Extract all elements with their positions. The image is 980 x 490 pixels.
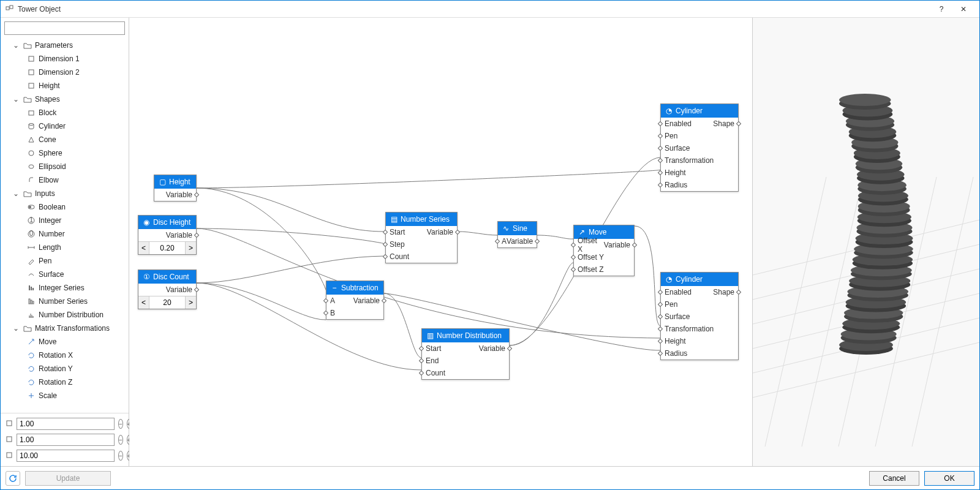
- svg-point-10: [29, 206, 31, 208]
- svg-rect-16: [31, 287, 32, 290]
- dim2-icon: [6, 435, 13, 445]
- app-icon: [6, 4, 14, 14]
- disc-count-dec[interactable]: <: [138, 296, 149, 309]
- window-title: Tower Object: [18, 5, 930, 13]
- refresh-button[interactable]: [6, 471, 20, 486]
- cylinder-icon: ◔: [665, 107, 673, 115]
- search-input[interactable]: [4, 21, 125, 35]
- svg-rect-22: [7, 437, 12, 442]
- tree-item-integer[interactable]: 1Integer: [1, 214, 129, 227]
- svg-point-8: [29, 165, 34, 168]
- svg-point-6: [29, 124, 34, 126]
- node-canvas[interactable]: ▢Height Variable ◉Disc Height Variable <…: [129, 18, 753, 466]
- series-icon: ▤: [390, 215, 398, 224]
- disc-height-dec[interactable]: <: [138, 242, 149, 254]
- tree-group-matrix[interactable]: ⌄Matrix Transformations: [1, 322, 129, 335]
- svg-rect-15: [29, 285, 30, 290]
- svg-line-34: [912, 177, 973, 447]
- tree-item-integer-series[interactable]: Integer Series: [1, 281, 129, 295]
- dim2-minus[interactable]: −: [118, 435, 123, 445]
- svg-rect-23: [7, 453, 12, 458]
- svg-line-30: [765, 177, 826, 447]
- svg-rect-20: [32, 301, 34, 304]
- move-icon: ↗: [578, 228, 586, 236]
- node-height[interactable]: ▢Height Variable: [154, 175, 197, 202]
- dim1-minus[interactable]: −: [118, 419, 123, 429]
- tree-group-parameters[interactable]: ⌄Parameters: [1, 39, 129, 52]
- height-icon: [6, 451, 13, 461]
- svg-rect-18: [29, 299, 30, 304]
- cancel-button[interactable]: Cancel: [869, 471, 919, 486]
- tree-item-surface[interactable]: Surface: [1, 268, 129, 281]
- node-subtraction[interactable]: −Subtraction AVariable B: [326, 281, 384, 320]
- svg-text:1: 1: [29, 217, 34, 224]
- distribution-icon: ▥: [426, 331, 434, 340]
- tree-item-ellipsoid[interactable]: Ellipsoid: [1, 160, 129, 173]
- svg-rect-1: [10, 6, 13, 9]
- tree-item-dimension-2[interactable]: Dimension 2: [1, 66, 129, 79]
- svg-rect-17: [32, 288, 34, 290]
- disc-height-inc[interactable]: >: [185, 242, 196, 254]
- node-move[interactable]: ↗Move Offset XVariable Offset Y Offset Z: [573, 225, 635, 276]
- svg-rect-21: [7, 421, 12, 426]
- cylinder-icon: ◔: [665, 275, 673, 284]
- tree-item-rotation-y[interactable]: Rotation Y: [1, 362, 129, 375]
- tree-item-elbow[interactable]: Elbow: [1, 173, 129, 187]
- node-sine[interactable]: ∿Sine AVariable: [497, 221, 537, 248]
- tree-item-move[interactable]: Move: [1, 335, 129, 349]
- tree[interactable]: ⌄Parameters Dimension 1 Dimension 2 Heig…: [1, 39, 129, 413]
- node-disc-count[interactable]: ①Disc Count Variable <20>: [138, 270, 197, 309]
- tree-item-cone[interactable]: Cone: [1, 133, 129, 146]
- ok-button[interactable]: OK: [924, 471, 974, 486]
- svg-point-7: [29, 151, 34, 156]
- node-cylinder-2[interactable]: ◔Cylinder EnabledShape Pen Surface Trans…: [660, 272, 739, 360]
- minus-icon: −: [330, 284, 339, 292]
- svg-rect-4: [29, 83, 34, 88]
- svg-text:0: 0: [29, 230, 34, 238]
- tree-item-dimension-1[interactable]: Dimension 1: [1, 52, 129, 66]
- height-input[interactable]: [17, 450, 115, 462]
- node-disc-height[interactable]: ◉Disc Height Variable <0.20>: [138, 215, 197, 255]
- sine-icon: ∿: [502, 224, 510, 233]
- tree-item-number[interactable]: 0Number: [1, 227, 129, 241]
- tree-item-sphere[interactable]: Sphere: [1, 146, 129, 160]
- dim1-input[interactable]: [17, 418, 115, 430]
- number-icon: ◉: [142, 218, 151, 227]
- tree-item-rotation-x[interactable]: Rotation X: [1, 349, 129, 362]
- node-cylinder-1[interactable]: ◔Cylinder EnabledShape Pen Surface Trans…: [660, 104, 739, 192]
- sidebar: ⌄Parameters Dimension 1 Dimension 2 Heig…: [1, 18, 129, 466]
- disc-count-inc[interactable]: >: [185, 296, 196, 309]
- tree-item-number-series[interactable]: Number Series: [1, 295, 129, 308]
- tree-item-block[interactable]: Block: [1, 106, 129, 119]
- svg-rect-5: [29, 111, 34, 115]
- node-number-distribution[interactable]: ▥Number Distribution StartVariable End C…: [421, 328, 510, 380]
- tree-item-length[interactable]: Length: [1, 241, 129, 254]
- tree-item-cylinder[interactable]: Cylinder: [1, 119, 129, 133]
- tree-item-rotation-z[interactable]: Rotation Z: [1, 375, 129, 389]
- node-number-series[interactable]: ▤Number Series StartVariable Step Count: [385, 212, 458, 263]
- integer-icon: ①: [142, 273, 151, 281]
- tree-item-pen[interactable]: Pen: [1, 254, 129, 268]
- svg-point-82: [839, 94, 891, 106]
- tree-item-scale[interactable]: Scale: [1, 389, 129, 402]
- tree-item-height[interactable]: Height: [1, 79, 129, 92]
- update-button[interactable]: Update: [25, 471, 111, 486]
- tree-group-shapes[interactable]: ⌄Shapes: [1, 92, 129, 106]
- footer: Update Cancel OK: [1, 466, 979, 489]
- titlebar: Tower Object ? ✕: [1, 1, 979, 18]
- dimension-controls: − + − + − +: [1, 413, 129, 466]
- preview-3d[interactable]: [753, 18, 979, 466]
- dim1-icon: [6, 420, 13, 429]
- svg-rect-0: [6, 7, 9, 10]
- dimension-icon: ▢: [158, 178, 167, 186]
- dim2-input[interactable]: [17, 434, 115, 446]
- tree-item-number-distribution[interactable]: Number Distribution: [1, 308, 129, 322]
- svg-rect-3: [29, 70, 34, 75]
- help-button[interactable]: ?: [930, 1, 952, 18]
- height-minus[interactable]: −: [118, 451, 123, 461]
- tree-group-inputs[interactable]: ⌄Inputs: [1, 187, 129, 200]
- svg-rect-19: [31, 300, 32, 304]
- close-button[interactable]: ✕: [952, 1, 974, 18]
- tree-item-boolean[interactable]: Boolean: [1, 200, 129, 214]
- svg-rect-2: [29, 56, 34, 61]
